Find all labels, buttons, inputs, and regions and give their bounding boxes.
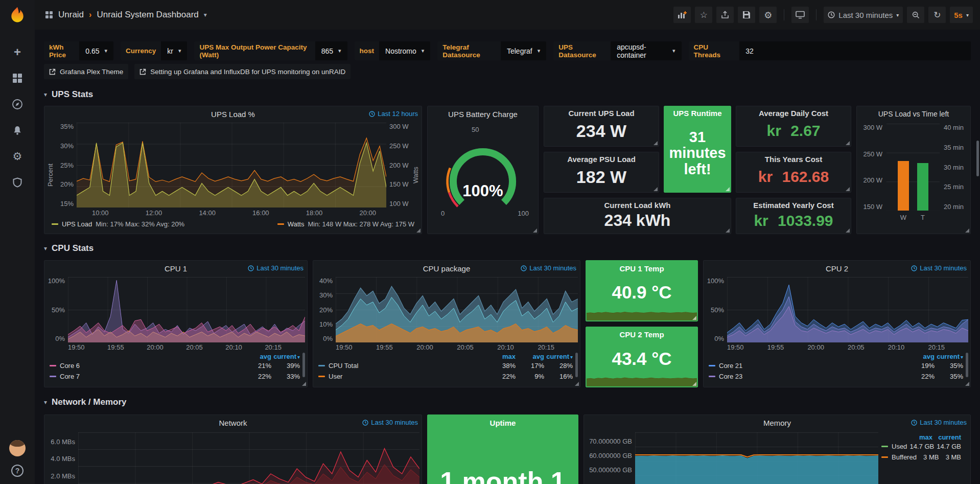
legend-series-name[interactable]: CPU Total: [329, 362, 358, 370]
panel-title[interactable]: CPU 2 Temp: [619, 330, 664, 339]
panel-average-psu-load: Average PSU Load 182 W: [544, 152, 659, 193]
legend-scrollbar[interactable]: [966, 353, 968, 377]
variable-value-dropdown[interactable]: 865▾: [315, 41, 347, 60]
legend-series-name[interactable]: Core 6: [60, 362, 80, 370]
legend-swatch: [50, 376, 56, 377]
time-range-picker[interactable]: Last 30 minutes ▾: [824, 7, 903, 23]
add-panel-button[interactable]: [673, 7, 691, 23]
chevron-down-icon[interactable]: ▾: [204, 11, 207, 18]
panel-title[interactable]: Network: [219, 419, 247, 427]
sidebar: + ⚙ ?: [0, 0, 35, 484]
panel-title[interactable]: CPU 2: [826, 264, 848, 273]
stat-title[interactable]: Current UPS Load: [544, 109, 659, 118]
grafana-logo-icon[interactable]: [8, 6, 27, 25]
cpu2-chart[interactable]: [727, 277, 968, 342]
ups-load-time-bars[interactable]: WT: [886, 124, 940, 211]
legend-col-header[interactable]: max: [487, 353, 516, 360]
legend-series-name[interactable]: Core 21: [719, 362, 742, 370]
legend-series-name[interactable]: UPS Load: [62, 220, 92, 228]
legend-col-header[interactable]: max: [904, 433, 932, 441]
memory-chart[interactable]: [635, 432, 878, 484]
section-header-cpu-stats[interactable]: ▾ CPU Stats: [44, 243, 971, 253]
legend-value: 38%: [487, 362, 516, 370]
link-ups-monitoring-guide[interactable]: Setting up Grafana and InfluxDB for UPS …: [134, 64, 351, 79]
breadcrumb-root[interactable]: Unraid: [58, 10, 84, 20]
legend-row: Core 7 22% 33%: [50, 371, 300, 382]
stat-title[interactable]: Average PSU Load: [544, 155, 659, 164]
page-scrollbar[interactable]: [976, 141, 979, 176]
legend-series-name[interactable]: User: [329, 373, 342, 380]
alerting-bell-icon[interactable]: [11, 124, 24, 136]
panel-title[interactable]: UPS Load %: [211, 110, 255, 119]
variable-label: Currency: [121, 41, 161, 60]
legend-row: Core 6 21% 39%: [50, 360, 300, 371]
legend-scrollbar[interactable]: [302, 353, 305, 377]
legend-col-header[interactable]: current▾: [935, 353, 963, 360]
refresh-interval-picker[interactable]: 5s ▾: [950, 7, 973, 23]
section-header-network-memory[interactable]: ▾ Network / Memory: [44, 397, 971, 407]
variable-value-dropdown[interactable]: 0.65▾: [79, 41, 113, 60]
cpu-threads-input[interactable]: 32: [739, 41, 971, 60]
stat-title[interactable]: UPS Runtime: [664, 109, 731, 118]
legend-scrollbar[interactable]: [575, 353, 578, 377]
variable-value-dropdown[interactable]: kr▾: [161, 41, 187, 60]
legend-series-name[interactable]: Core 23: [719, 373, 742, 380]
section-header-ups-stats[interactable]: ▾ UPS Stats: [44, 89, 971, 100]
admin-shield-icon[interactable]: [11, 176, 24, 189]
panel-title[interactable]: CPU package: [423, 264, 471, 273]
legend-col-header[interactable]: current▾: [271, 353, 300, 360]
variable-value-dropdown[interactable]: Telegraf▾: [501, 41, 546, 60]
variable-value-dropdown[interactable]: apcupsd-container▾: [611, 41, 681, 60]
gauge-tick-min: 0: [441, 210, 445, 217]
legend-series-name[interactable]: Used: [892, 443, 907, 450]
panel-title[interactable]: Uptime: [490, 419, 516, 427]
panel-title[interactable]: CPU 1: [165, 264, 187, 273]
legend-col-header[interactable]: avg: [243, 353, 271, 360]
explore-compass-icon[interactable]: [11, 98, 24, 110]
panel-title[interactable]: Memory: [763, 419, 791, 427]
refresh-button[interactable]: ↻: [928, 7, 946, 23]
ups-load-chart[interactable]: [77, 123, 386, 208]
stat-title[interactable]: This Years Cost: [736, 155, 851, 164]
legend-value: 35%: [935, 362, 963, 370]
apps-grid-icon[interactable]: [45, 11, 53, 19]
panel-title[interactable]: CPU 1 Temp: [619, 264, 664, 273]
legend-series-name[interactable]: Watts: [288, 220, 305, 228]
bar-T: T: [917, 124, 928, 211]
variable-value-dropdown[interactable]: Nostromo▾: [379, 41, 430, 60]
legend-col-header[interactable]: current: [932, 433, 961, 441]
stat-title[interactable]: Current Load kWh: [544, 201, 731, 210]
legend-series-name[interactable]: Core 7: [60, 373, 80, 380]
battery-gauge: 0 50 100 100%: [428, 122, 538, 226]
save-dashboard-button[interactable]: [738, 7, 755, 23]
configuration-gear-icon[interactable]: ⚙: [11, 150, 24, 163]
panel-cpu1: CPU 1 Last 30 minutes 100%50%0% 19:5019:…: [44, 260, 308, 387]
dashboards-grid-icon[interactable]: [11, 72, 24, 84]
panel-title[interactable]: UPS Battery Charge: [448, 110, 518, 119]
user-avatar[interactable]: [9, 440, 26, 456]
legend-swatch: [709, 365, 715, 366]
share-dashboard-button[interactable]: [716, 7, 734, 23]
network-chart[interactable]: [78, 432, 419, 484]
legend-row: Used 14.7 GB 14.7 GB: [881, 441, 961, 452]
panel-current-ups-load: Current UPS Load 234 W: [544, 106, 659, 147]
dashboard-settings-gear-icon[interactable]: ⚙: [759, 7, 777, 23]
panel-title[interactable]: UPS Load vs Time left: [878, 110, 949, 118]
link-grafana-plex-theme[interactable]: Grafana Plex Theme: [44, 64, 128, 79]
star-dashboard-button[interactable]: ☆: [695, 7, 712, 23]
chevron-down-icon: ▾: [338, 48, 341, 54]
zoom-out-button[interactable]: [907, 7, 924, 23]
legend-col-header[interactable]: avg: [906, 353, 935, 360]
legend-col-header[interactable]: current▾: [544, 353, 573, 360]
cpu1-chart[interactable]: [68, 277, 305, 342]
cycle-view-monitor-icon[interactable]: [791, 7, 809, 23]
stat-title[interactable]: Estimated Yearly Cost: [736, 201, 851, 210]
legend-series-name[interactable]: Buffered: [892, 453, 917, 461]
help-icon[interactable]: ?: [11, 465, 24, 477]
breadcrumb-dashboard-title[interactable]: Unraid System Dashboard: [97, 10, 198, 20]
cpu-package-chart[interactable]: [336, 277, 578, 342]
legend-col-header[interactable]: avg: [516, 353, 544, 360]
stat-title[interactable]: Average Daily Cost: [736, 109, 851, 118]
legend-value: 9%: [516, 373, 544, 380]
create-plus-icon[interactable]: +: [11, 46, 24, 58]
